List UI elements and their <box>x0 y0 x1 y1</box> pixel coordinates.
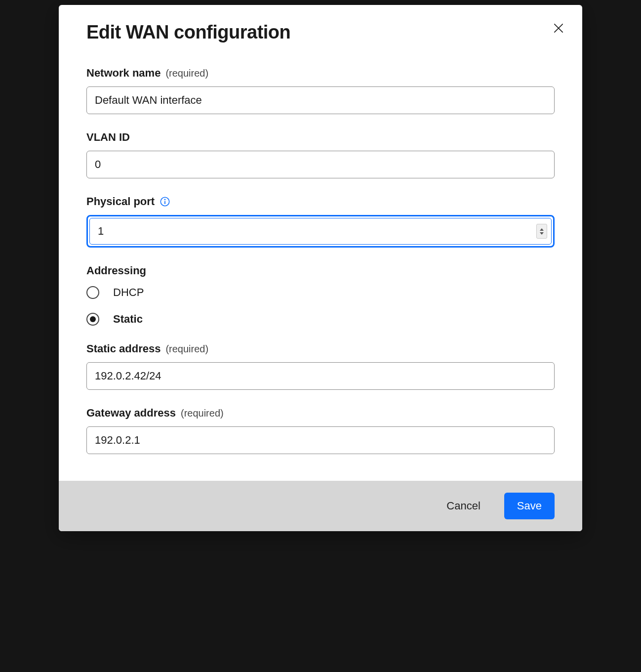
radio-static-label: Static <box>113 313 143 326</box>
radio-icon <box>86 313 99 326</box>
modal-footer: Cancel Save <box>59 481 582 531</box>
edit-wan-modal: Edit WAN configuration Network name (req… <box>59 5 582 531</box>
physical-port-select[interactable]: 1 <box>86 215 555 248</box>
modal-backdrop: Edit WAN configuration Network name (req… <box>0 0 641 672</box>
network-name-input[interactable] <box>86 86 555 114</box>
cancel-button[interactable]: Cancel <box>434 493 493 519</box>
gateway-address-input[interactable] <box>86 426 555 454</box>
stepper-icon <box>536 224 547 239</box>
static-address-input[interactable] <box>86 362 555 390</box>
network-name-field: Network name (required) <box>86 67 555 114</box>
close-button[interactable] <box>550 20 567 38</box>
addressing-field: Addressing DHCP Static <box>86 264 555 326</box>
physical-port-field: Physical port 1 <box>86 195 555 248</box>
vlan-id-input[interactable] <box>86 151 555 178</box>
modal-title: Edit WAN configuration <box>86 22 555 43</box>
radio-icon <box>86 286 99 299</box>
svg-point-1 <box>164 199 166 201</box>
physical-port-label: Physical port <box>86 195 155 208</box>
radio-dhcp-label: DHCP <box>113 286 144 299</box>
addressing-label: Addressing <box>86 264 146 277</box>
vlan-id-label: VLAN ID <box>86 131 130 144</box>
radio-dhcp[interactable]: DHCP <box>86 286 555 299</box>
gateway-address-label: Gateway address <box>86 407 176 420</box>
static-address-required-hint: (required) <box>165 343 208 355</box>
gateway-address-required-hint: (required) <box>181 408 224 419</box>
svg-rect-2 <box>164 201 165 204</box>
network-name-label: Network name <box>86 67 160 80</box>
physical-port-value: 1 <box>98 225 104 238</box>
static-address-field: Static address (required) <box>86 342 555 390</box>
network-name-required-hint: (required) <box>165 68 208 79</box>
vlan-id-field: VLAN ID <box>86 131 555 178</box>
radio-static[interactable]: Static <box>86 313 555 326</box>
close-icon <box>552 22 565 36</box>
static-address-label: Static address <box>86 342 160 355</box>
gateway-address-field: Gateway address (required) <box>86 407 555 454</box>
info-icon[interactable] <box>160 196 170 207</box>
save-button[interactable]: Save <box>504 493 555 519</box>
